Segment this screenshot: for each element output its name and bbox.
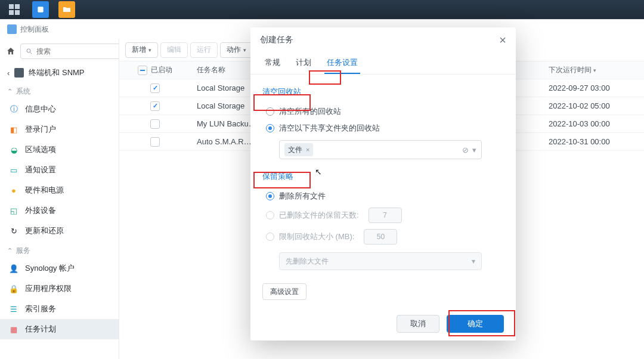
tab-settings[interactable]: 任务设置 — [324, 52, 360, 74]
radio-label: 已删除文件的保留天数: — [279, 210, 359, 221]
sidebar-group-services[interactable]: ⌃服务 — [0, 241, 119, 258]
sidebar-item-hardware[interactable]: ●硬件和电源 — [0, 180, 119, 200]
radio-label: 清空以下共享文件夹的回收站 — [279, 123, 380, 134]
window-title: 控制面板 — [20, 24, 49, 35]
sidebar-item-regional[interactable]: ◒区域选项 — [0, 140, 119, 160]
radio-empty-all[interactable]: 清空所有的回收站 — [262, 103, 504, 120]
modal-title: 创建任务 — [260, 35, 293, 45]
sidebar-item-indexing[interactable]: ☰索引服务 — [0, 299, 119, 319]
sidebar-item-label: 应用程序权限 — [25, 283, 72, 294]
sidebar-item-login-portal[interactable]: ◧登录门户 — [0, 119, 119, 140]
header-checkbox[interactable] — [138, 66, 147, 75]
bulb-icon: ● — [8, 185, 19, 196]
retain-days-input — [369, 208, 402, 223]
cell-next: 2022-10-31 00:00 — [543, 137, 644, 146]
search-field[interactable] — [36, 47, 119, 55]
clear-icon[interactable]: ⊘ — [462, 146, 469, 154]
cancel-button[interactable]: 取消 — [397, 315, 439, 333]
sidebar-item-label: 更新和还原 — [25, 225, 64, 236]
action-button[interactable]: 动作▾ — [220, 42, 253, 58]
ok-button[interactable]: 确定 — [447, 315, 504, 333]
sidebar-item-synology-account[interactable]: 👤Synology 帐户 — [0, 258, 119, 278]
section-retention: 保留策略 — [262, 171, 504, 182]
refresh-icon: ↻ — [8, 225, 19, 236]
chevron-down-icon[interactable]: ▾ — [472, 146, 476, 154]
row-checkbox[interactable] — [150, 137, 160, 147]
calendar-icon: ▦ — [8, 324, 19, 335]
section-empty-recycle: 清空回收站 — [262, 86, 504, 97]
sidebar-item-label: 任务计划 — [25, 324, 56, 335]
pinned-app-file-station[interactable] — [55, 1, 79, 18]
row-checkbox[interactable] — [150, 101, 160, 111]
sidebar-group-system[interactable]: ⌃系统 — [0, 82, 119, 99]
radio-icon — [266, 233, 274, 241]
create-task-modal: 创建任务 × 常规 计划 任务设置 清空回收站 清空所有的回收站 清空以下共享文… — [250, 27, 516, 341]
globe-icon: ◒ — [8, 144, 19, 155]
token-remove-icon[interactable]: × — [306, 146, 309, 153]
sidebar-item-label: 信息中心 — [25, 104, 56, 114]
sidebar-item-update[interactable]: ↻更新和还原 — [0, 221, 119, 241]
breadcrumb[interactable]: ‹ 终端机和 SNMP — [0, 64, 119, 82]
sidebar-item-notification[interactable]: ▭通知设置 — [0, 160, 119, 180]
external-icon: ◱ — [8, 205, 19, 216]
radio-delete-all[interactable]: 删除所有文件 — [262, 188, 504, 205]
svg-rect-0 — [38, 7, 43, 12]
shared-folder-field[interactable]: 文件× ⊘▾ — [279, 140, 482, 159]
row-checkbox[interactable] — [150, 119, 160, 129]
new-button[interactable]: 新增▾ — [125, 42, 158, 58]
sidebar-item-label: Synology 帐户 — [25, 263, 75, 274]
tab-schedule[interactable]: 计划 — [293, 52, 314, 74]
radio-label: 清空所有的回收站 — [279, 106, 341, 117]
chevron-down-icon: ▾ — [472, 257, 475, 265]
apps-launcher-icon[interactable] — [2, 1, 26, 18]
lock-icon: 🔒 — [8, 283, 19, 294]
sidebar-item-info[interactable]: ⓘ信息中心 — [0, 99, 119, 119]
terminal-icon — [14, 68, 24, 78]
advanced-button[interactable]: 高级设置 — [262, 283, 306, 300]
svg-line-2 — [30, 52, 32, 54]
cell-next: 2022-10-03 00:00 — [543, 119, 644, 128]
col-next[interactable]: 下次运行时间 — [543, 65, 644, 75]
sidebar-item-label: 索引服务 — [25, 304, 56, 314]
svg-point-1 — [27, 49, 30, 52]
sidebar-item-label: 区域选项 — [25, 144, 56, 155]
edit-button: 编辑 — [160, 42, 188, 58]
users-icon: 👤 — [8, 263, 19, 274]
sidebar-item-label: 外接设备 — [25, 205, 56, 216]
folder-token: 文件× — [284, 143, 313, 156]
taskbar — [0, 0, 644, 19]
info-icon: ⓘ — [8, 104, 19, 114]
back-icon[interactable]: ‹ — [7, 69, 10, 78]
sidebar-item-external[interactable]: ◱外接设备 — [0, 200, 119, 221]
sidebar-item-task-scheduler[interactable]: ▦任务计划 — [0, 319, 119, 339]
portal-icon: ◧ — [8, 124, 19, 135]
radio-icon — [266, 211, 274, 219]
pinned-app-control-panel[interactable] — [29, 1, 52, 18]
close-icon[interactable]: × — [499, 34, 506, 46]
sidebar: ‹ 终端机和 SNMP ⌃系统 ⓘ信息中心 ◧登录门户 ◒区域选项 ▭通知设置 … — [0, 39, 119, 359]
search-icon — [26, 48, 33, 55]
sidebar-item-label: 登录门户 — [25, 124, 56, 135]
index-icon: ☰ — [8, 304, 19, 314]
sidebar-item-app-privileges[interactable]: 🔒应用程序权限 — [0, 278, 119, 299]
home-icon[interactable] — [6, 45, 16, 57]
control-panel-icon — [7, 24, 17, 34]
radio-label: 删除所有文件 — [279, 191, 326, 202]
col-enabled[interactable]: 已启动 — [151, 65, 172, 75]
radio-icon — [266, 192, 274, 200]
delete-order-select: 先删除大文件▾ — [279, 252, 482, 270]
run-button: 运行 — [190, 42, 218, 58]
radio-label: 限制回收站大小 (MB): — [279, 231, 354, 242]
modal-tabs: 常规 计划 任务设置 — [250, 52, 516, 75]
limit-size-input — [364, 229, 397, 245]
radio-retain-days[interactable]: 已删除文件的保留天数: — [262, 205, 504, 226]
cell-next: 2022-10-02 05:00 — [543, 101, 644, 110]
radio-limit-size[interactable]: 限制回收站大小 (MB): — [262, 226, 504, 247]
tab-general[interactable]: 常规 — [262, 52, 283, 74]
sidebar-item-label: 通知设置 — [25, 165, 56, 175]
cell-next: 2022-09-27 03:00 — [543, 83, 644, 92]
search-input[interactable] — [20, 44, 119, 59]
sidebar-item-label: 硬件和电源 — [25, 185, 64, 196]
radio-empty-selected[interactable]: 清空以下共享文件夹的回收站 — [262, 120, 504, 137]
row-checkbox[interactable] — [150, 83, 160, 93]
